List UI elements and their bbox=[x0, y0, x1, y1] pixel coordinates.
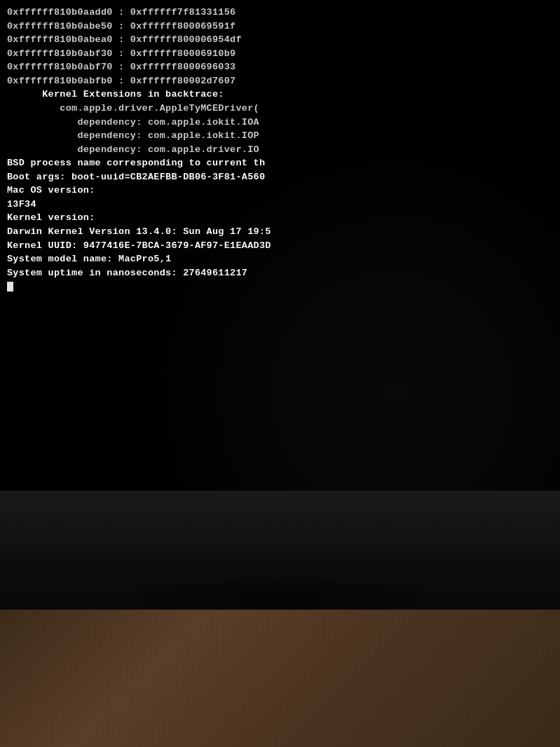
terminal-line: 13F34 bbox=[7, 198, 553, 212]
terminal-line: dependency: com.apple.iokit.IOP bbox=[7, 129, 553, 143]
terminal-line: System uptime in nanoseconds: 2764961121… bbox=[7, 266, 553, 280]
terminal-line: dependency: com.apple.iokit.IOA bbox=[7, 116, 553, 130]
terminal-line: 0xffffff810b0abfb0 : 0xffffff80002d7607 bbox=[7, 74, 553, 88]
terminal-line: Kernel version: bbox=[7, 211, 553, 225]
terminal-line: com.apple.driver.AppleTyMCEDriver( bbox=[7, 102, 553, 116]
terminal-line: System model name: MacPro5,1 bbox=[7, 252, 553, 266]
terminal-line: Boot args: boot-uuid=CB2AEFBB-DB06-3F81-… bbox=[7, 170, 553, 184]
terminal-line: Darwin Kernel Version 13.4.0: Sun Aug 17… bbox=[7, 225, 553, 239]
terminal-line: Mac OS version: bbox=[7, 184, 553, 198]
terminal-line bbox=[7, 280, 553, 294]
terminal-line: Kernel UUID: 9477416E-7BCA-3679-AF97-E1E… bbox=[7, 239, 553, 253]
terminal-screen: 0xffffff810b0aadd0 : 0xffffff7f813311560… bbox=[0, 0, 560, 491]
terminal-line: 0xffffff810b0abe50 : 0xffffff800069591f bbox=[7, 20, 553, 34]
terminal-line: dependency: com.apple.driver.IO bbox=[7, 143, 553, 157]
terminal-line: 0xffffff810b0abf70 : 0xffffff8000696033 bbox=[7, 60, 553, 74]
terminal-line: 0xffffff810b0abea0 : 0xffffff800006954df bbox=[7, 33, 553, 47]
terminal-line: 0xffffff810b0aadd0 : 0xffffff7f81331156 bbox=[7, 6, 553, 20]
desk-grain bbox=[0, 610, 560, 747]
terminal-line: Kernel Extensions in backtrace: bbox=[7, 88, 553, 102]
terminal-cursor bbox=[7, 282, 13, 292]
terminal-line: BSD process name corresponding to curren… bbox=[7, 156, 553, 170]
terminal-line: 0xffffff810b0abf30 : 0xffffff80006910b9 bbox=[7, 47, 553, 61]
